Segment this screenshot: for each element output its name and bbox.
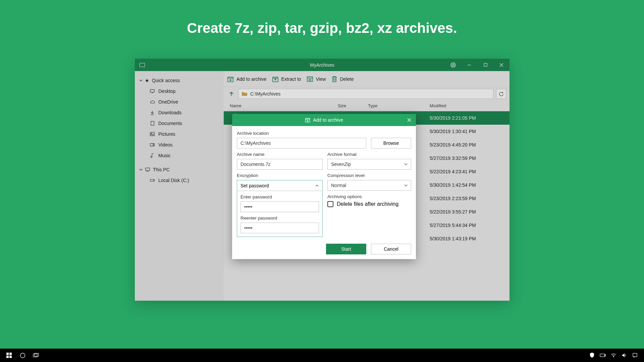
password-input[interactable] [240, 201, 319, 212]
tray-battery-icon[interactable] [600, 352, 606, 358]
shield-icon [590, 353, 594, 358]
svg-rect-48 [35, 353, 39, 356]
add-to-archive-dialog: Add to archive Archive location Browse A… [232, 114, 416, 259]
close-icon [407, 118, 411, 122]
taskbar [0, 349, 644, 362]
encryption-label: Encryption [237, 173, 323, 178]
archive-add-icon [305, 117, 310, 123]
cancel-button[interactable]: Cancel [371, 244, 411, 254]
delete-after-checkbox[interactable] [327, 201, 333, 207]
svg-rect-50 [605, 355, 605, 356]
encryption-panel: Set password Enter password Reenter pass… [237, 180, 323, 237]
svg-rect-53 [633, 353, 637, 357]
svg-rect-45 [9, 356, 12, 358]
windows-icon [6, 353, 12, 358]
start-button[interactable]: Start [326, 244, 366, 254]
archive-format-select[interactable] [327, 159, 411, 170]
dialog-header: Add to archive [232, 114, 416, 126]
battery-icon [600, 354, 606, 357]
archiving-options-label: Archiving options [327, 194, 411, 199]
archive-location-label: Archive location [237, 131, 411, 136]
reenter-password-label: Reenter password [240, 216, 319, 221]
svg-marker-52 [622, 353, 625, 357]
start-button[interactable] [6, 352, 12, 358]
notification-icon [632, 353, 638, 358]
svg-rect-47 [33, 354, 37, 357]
tray-security-icon[interactable] [589, 352, 595, 358]
speaker-icon [622, 353, 627, 358]
dialog-title: Add to archive [313, 117, 343, 123]
password-confirm-input[interactable] [240, 223, 319, 233]
task-view-button[interactable] [33, 352, 39, 358]
wifi-icon [611, 353, 616, 357]
tray-notifications-icon[interactable] [632, 352, 638, 358]
chevron-up-icon [315, 184, 319, 188]
browse-button[interactable]: Browse [371, 138, 411, 148]
svg-rect-49 [600, 354, 605, 357]
task-view-icon [33, 353, 39, 358]
enter-password-label: Enter password [240, 194, 319, 199]
delete-after-label: Delete files after archiving [337, 201, 398, 207]
compression-label: Compression level [327, 173, 411, 178]
archive-name-input[interactable] [237, 159, 323, 170]
set-password-toggle[interactable]: Set password [237, 180, 322, 191]
svg-point-51 [613, 356, 614, 357]
tray-wifi-icon[interactable] [610, 352, 616, 358]
archive-name-label: Archive name [237, 152, 323, 157]
circle-icon [20, 353, 25, 358]
svg-point-46 [20, 353, 25, 358]
cortana-button[interactable] [19, 352, 25, 358]
compression-select[interactable] [327, 180, 411, 191]
archive-format-label: Archive format [327, 152, 411, 157]
svg-rect-43 [9, 353, 12, 355]
tray-volume-icon[interactable] [621, 352, 627, 358]
dialog-close-button[interactable] [402, 114, 416, 126]
svg-rect-42 [6, 353, 9, 355]
archive-location-input[interactable] [237, 138, 366, 148]
hero-headline: Create 7z, zip, tar, gzip, bz2, xz archi… [187, 20, 457, 36]
svg-rect-44 [6, 356, 9, 358]
set-password-label: Set password [240, 183, 269, 188]
